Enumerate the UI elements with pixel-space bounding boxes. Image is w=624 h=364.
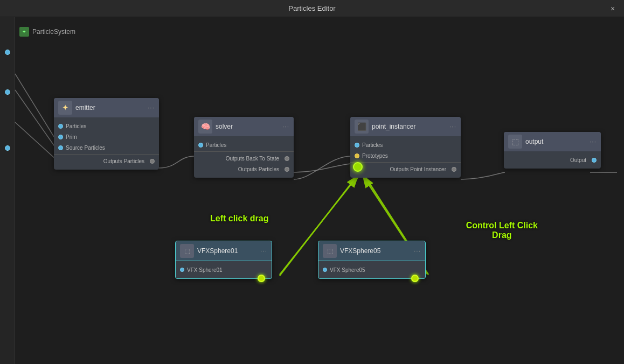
pi-prototypes-dot <box>355 153 359 158</box>
pi-particles-dot <box>355 143 359 148</box>
node-solver[interactable]: 🧠 solver ··· Particles Outputs Back To S… <box>194 117 294 178</box>
emitter-out-particles-label: Outputs Particles <box>103 158 144 164</box>
vfxsphere01-bottom-connector <box>258 275 265 282</box>
node-emitter[interactable]: ✦ emitter ··· Particles Prim Source Part… <box>54 98 159 170</box>
left-panel-port-2 <box>5 89 10 95</box>
solver-back-dot <box>285 156 289 161</box>
pi-particles-label: Particles <box>362 142 383 148</box>
emitter-port-prim: Prim <box>54 131 159 142</box>
vfxsphere05-label: VFX Sphere05 <box>330 267 365 273</box>
solver-header: 🧠 solver ··· <box>194 117 294 136</box>
emitter-menu[interactable]: ··· <box>148 104 155 111</box>
vfxsphere05-port-label: VFX Sphere05 <box>318 264 425 275</box>
node-point-instancer[interactable]: ⬛ point_instancer ··· Particles Prototyp… <box>350 117 461 178</box>
node-vfxsphere05[interactable]: ⬚ VFXSphere05 ··· VFX Sphere05 <box>318 241 426 279</box>
svg-line-2 <box>15 122 57 160</box>
output-out-dot <box>592 158 597 163</box>
solver-menu[interactable]: ··· <box>282 123 289 130</box>
solver-body: Particles Outputs Back To State Outputs … <box>194 136 294 178</box>
solver-back-label: Outputs Back To State <box>226 156 279 162</box>
canvas-area[interactable]: ✦ ParticleSystem <box>0 17 624 364</box>
vfxsphere05-icon: ⬚ <box>323 244 337 258</box>
pi-main-connector <box>353 162 363 172</box>
emitter-prim-label: Prim <box>66 134 77 140</box>
emitter-port-source-particles: Source Particles <box>54 142 159 153</box>
pi-port-prototypes: Prototypes <box>350 150 461 161</box>
pi-out-dot <box>452 167 456 172</box>
emitter-particles-label: Particles <box>66 123 86 129</box>
ps-label-text: ParticleSystem <box>32 28 75 36</box>
title-bar: Particles Editor × <box>0 0 624 17</box>
vfxsphere05-title: VFXSphere05 <box>340 247 380 255</box>
solver-port-out-particles: Outputs Particles <box>194 164 294 174</box>
pi-prototypes-label: Prototypes <box>362 153 388 159</box>
solver-port-back-to-state: Outputs Back To State <box>194 153 294 164</box>
output-header: ⬚ output ··· <box>504 132 601 151</box>
pi-port-particles: Particles <box>350 139 461 150</box>
emitter-out-particles-dot <box>150 159 155 164</box>
title-bar-text: Particles Editor <box>288 4 335 12</box>
left-panel <box>0 17 15 364</box>
vfxsphere05-dot <box>323 268 327 272</box>
emitter-particles-dot <box>58 124 63 129</box>
solver-particles-label: Particles <box>206 142 226 148</box>
vfxsphere01-label: VFX Sphere01 <box>187 267 223 273</box>
node-vfxsphere01[interactable]: ⬚ VFXSphere01 ··· VFX Sphere01 <box>175 241 272 279</box>
point-instancer-header: ⬛ point_instancer ··· <box>350 117 461 136</box>
solver-out-particles-dot <box>285 167 289 172</box>
ps-icon: ✦ <box>19 27 29 37</box>
emitter-body: Particles Prim Source Particles Outputs … <box>54 117 159 170</box>
point-instancer-title: point_instancer <box>372 123 415 130</box>
solver-out-particles-label: Outputs Particles <box>238 166 279 172</box>
solver-particles-dot <box>198 143 203 148</box>
output-icon: ⬚ <box>508 135 522 149</box>
point-instancer-menu[interactable]: ··· <box>449 123 456 130</box>
emitter-source-dot <box>58 145 63 150</box>
pi-out-label: Outputs Point Instancer <box>390 166 446 172</box>
vfxsphere05-menu[interactable]: ··· <box>414 247 421 255</box>
solver-title: solver <box>216 123 233 130</box>
vfxsphere05-header: ⬚ VFXSphere05 ··· <box>318 241 425 261</box>
vfxsphere01-icon: ⬚ <box>180 244 194 258</box>
vfxsphere01-port-label: VFX Sphere01 <box>176 264 272 275</box>
svg-line-1 <box>15 90 57 149</box>
emitter-port-out-particles: Outputs Particles <box>54 156 159 166</box>
annotation-left-click: Left click drag <box>210 214 268 223</box>
output-menu[interactable]: ··· <box>590 138 597 145</box>
emitter-title: emitter <box>75 104 95 111</box>
vfxsphere01-body: VFX Sphere01 <box>176 261 272 278</box>
left-panel-port-1 <box>5 50 10 55</box>
vfxsphere01-header: ⬚ VFXSphere01 ··· <box>176 241 272 261</box>
pi-port-out: Outputs Point Instancer <box>350 164 461 174</box>
emitter-prim-dot <box>58 135 63 139</box>
solver-port-particles: Particles <box>194 139 294 150</box>
svg-line-0 <box>15 74 57 141</box>
point-instancer-body: Particles Prototypes Outputs Point Insta… <box>350 136 461 178</box>
output-port-out: Output <box>504 155 601 165</box>
node-output[interactable]: ⬚ output ··· Output <box>504 132 601 169</box>
vfxsphere01-title: VFXSphere01 <box>197 247 238 255</box>
left-panel-port-3 <box>5 145 10 151</box>
solver-icon: 🧠 <box>198 120 212 134</box>
annotation-control-click: Control Left ClickDrag <box>466 211 538 240</box>
vfxsphere05-body: VFX Sphere05 <box>318 261 425 278</box>
emitter-port-particles: Particles <box>54 121 159 131</box>
vfxsphere01-menu[interactable]: ··· <box>260 247 267 255</box>
point-instancer-icon: ⬛ <box>355 120 369 134</box>
vfxsphere01-dot <box>180 268 184 272</box>
emitter-source-label: Source Particles <box>66 145 105 151</box>
emitter-header: ✦ emitter ··· <box>54 98 159 117</box>
emitter-icon: ✦ <box>58 101 72 115</box>
connections-svg <box>0 17 624 364</box>
ps-label: ✦ ParticleSystem <box>19 27 75 37</box>
output-body: Output <box>504 151 601 169</box>
output-out-label: Output <box>570 157 586 163</box>
close-button[interactable]: × <box>608 4 618 13</box>
output-title: output <box>525 138 543 145</box>
vfxsphere05-bottom-connector <box>411 275 419 282</box>
